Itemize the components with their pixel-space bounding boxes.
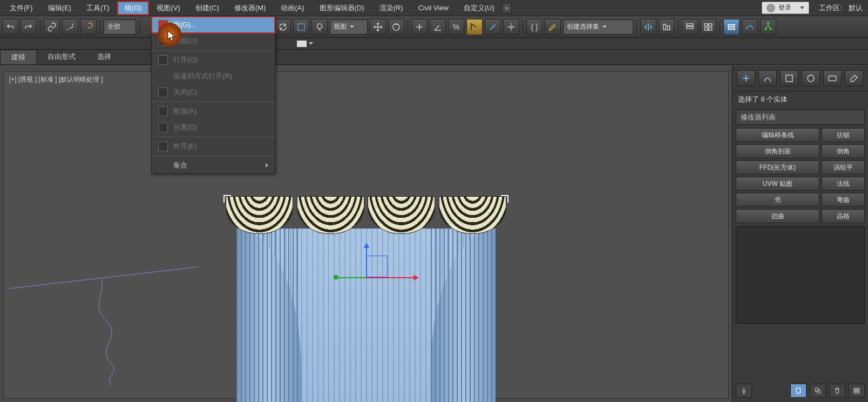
menu-modifiers[interactable]: 修改器(M) bbox=[227, 1, 274, 15]
swag-row bbox=[226, 196, 506, 234]
mod-shell[interactable]: 壳 bbox=[736, 193, 819, 207]
mirror-button[interactable] bbox=[640, 19, 656, 35]
menu-item-assembly[interactable]: 集合 bbox=[152, 157, 275, 173]
named-sel-bracket-button[interactable]: { } bbox=[526, 19, 542, 35]
refresh-button[interactable] bbox=[275, 19, 291, 35]
perspective-viewport[interactable]: [+] [透视 ] [标准 ] [默认明暗处理 ] bbox=[3, 71, 729, 399]
menu-file[interactable]: 文件(F) bbox=[2, 1, 40, 15]
redo-button[interactable] bbox=[21, 19, 37, 35]
motion-tab[interactable] bbox=[802, 70, 820, 86]
move-button[interactable] bbox=[370, 19, 386, 35]
menu-divider bbox=[152, 50, 275, 51]
ribbon-tab-freeform[interactable]: 自由形式 bbox=[37, 50, 86, 64]
svg-rect-11 bbox=[709, 28, 712, 30]
menu-create[interactable]: 创建(C) bbox=[188, 1, 227, 15]
svg-rect-24 bbox=[854, 390, 859, 391]
snap-percent-button[interactable]: % bbox=[448, 19, 464, 35]
login-button[interactable]: 登录 bbox=[762, 2, 809, 14]
mod-edit-spline[interactable]: 编辑样条线 bbox=[736, 128, 819, 142]
remove-modifier-button[interactable] bbox=[829, 384, 845, 398]
hierarchy-tab[interactable] bbox=[780, 70, 798, 86]
login-label: 登录 bbox=[778, 3, 791, 12]
dropdown-icon[interactable] bbox=[309, 42, 313, 45]
modify-tab[interactable] bbox=[758, 70, 777, 86]
link-button[interactable] bbox=[44, 19, 60, 35]
snap-move-button[interactable] bbox=[411, 19, 428, 35]
mod-bevel[interactable]: 倒角 bbox=[822, 144, 865, 158]
show-end-result-button[interactable] bbox=[790, 384, 806, 398]
mod-uvw-map[interactable]: UVW 贴图 bbox=[736, 177, 819, 191]
snap-toggle-button[interactable] bbox=[466, 19, 483, 35]
detach-icon bbox=[158, 123, 168, 132]
svg-rect-20 bbox=[797, 388, 801, 393]
gizmo-z-axis[interactable] bbox=[366, 247, 367, 277]
mod-turbosmooth[interactable]: 涡轮平 bbox=[822, 160, 865, 175]
menu-view[interactable]: 视图(V) bbox=[149, 1, 187, 15]
menu-rendering[interactable]: 渲染(R) bbox=[372, 1, 411, 15]
menu-item-explode: 炸开(E) bbox=[152, 138, 275, 155]
menu-item-group[interactable]: 组(G)... bbox=[152, 17, 275, 33]
refcoord-dropdown[interactable]: 视图 bbox=[330, 19, 368, 35]
modifier-buttons-grid: 编辑样条线 抗锯 倒角剖面 倒角 FFD(长方体) 涡轮平 UVW 贴图 法线 … bbox=[733, 127, 868, 224]
spinner-snap-button[interactable] bbox=[503, 19, 519, 35]
menu-item-label: 按递归方式打开(R) bbox=[173, 71, 232, 81]
scene-explorer-button[interactable] bbox=[700, 19, 716, 35]
curtain-scene bbox=[220, 196, 512, 402]
configure-sets-button[interactable] bbox=[849, 384, 865, 398]
svg-rect-10 bbox=[704, 28, 708, 30]
gizmo-plane[interactable] bbox=[366, 256, 388, 277]
pin-stack-button[interactable] bbox=[736, 384, 752, 398]
snap-angle-button[interactable] bbox=[430, 19, 446, 35]
gizmo-x-axis[interactable] bbox=[366, 277, 415, 278]
menu-item-label: 关闭(C) bbox=[173, 88, 197, 97]
schematic-view-button[interactable] bbox=[760, 19, 776, 35]
gizmo-y-axis[interactable] bbox=[336, 277, 366, 278]
lasso-select-button[interactable] bbox=[311, 19, 328, 35]
mod-antialias[interactable]: 抗锯 bbox=[822, 128, 865, 142]
menu-tools[interactable]: 工具(T) bbox=[79, 1, 117, 15]
menu-civilview[interactable]: Civil View bbox=[411, 2, 456, 14]
svg-rect-13 bbox=[728, 28, 735, 29]
unlink-button[interactable] bbox=[62, 19, 78, 35]
workspace-value[interactable]: 默认 bbox=[845, 3, 866, 13]
display-tab[interactable] bbox=[823, 70, 842, 86]
undo-button[interactable] bbox=[2, 19, 18, 35]
create-tab[interactable] bbox=[737, 70, 755, 86]
ribbon-tab-model[interactable]: 建模 bbox=[0, 50, 37, 64]
mod-bevel-profile[interactable]: 倒角剖面 bbox=[736, 144, 819, 158]
svg-rect-5 bbox=[668, 25, 670, 30]
mod-lattice[interactable]: 晶格 bbox=[822, 209, 865, 223]
ribbon-tab-select[interactable]: 选择 bbox=[86, 50, 122, 64]
utilities-tab[interactable] bbox=[845, 70, 863, 86]
make-unique-button[interactable] bbox=[810, 384, 826, 398]
layer-explorer-button[interactable] bbox=[682, 19, 698, 35]
toggle-ribbon-button[interactable] bbox=[723, 19, 740, 35]
region-select-button[interactable] bbox=[293, 19, 309, 35]
menu-group[interactable]: 组(G) bbox=[117, 1, 150, 15]
menu-edit[interactable]: 编辑(E) bbox=[40, 1, 79, 15]
percent-snap-button[interactable] bbox=[485, 19, 501, 35]
mod-normal[interactable]: 法线 bbox=[822, 177, 865, 191]
align-button[interactable] bbox=[659, 19, 675, 35]
rotate-button[interactable] bbox=[388, 19, 404, 35]
svg-point-16 bbox=[770, 28, 771, 30]
command-panel: 选择了 8 个实体 修改器列表 编辑样条线 抗锯 倒角剖面 倒角 FFD(长方体… bbox=[732, 66, 868, 402]
bind-button[interactable] bbox=[80, 19, 97, 35]
modifier-list-header[interactable]: 修改器列表 bbox=[736, 110, 865, 125]
viewport-label[interactable]: [+] [透视 ] [标准 ] [默认明暗处理 ] bbox=[9, 75, 103, 84]
curtain-right bbox=[431, 229, 496, 402]
mod-ffd-box[interactable]: FFD(长方体) bbox=[736, 160, 819, 175]
mod-twist[interactable]: 扭曲 bbox=[736, 209, 819, 223]
modifier-stack[interactable] bbox=[736, 226, 865, 324]
menu-animation[interactable]: 动画(A) bbox=[273, 1, 311, 15]
close-icon bbox=[158, 88, 168, 97]
named-selection-dropdown[interactable]: 创建选择集 bbox=[563, 19, 633, 35]
selection-filter-dropdown[interactable]: 全部 bbox=[104, 19, 136, 35]
mail-icon[interactable] bbox=[297, 41, 307, 47]
mod-bend[interactable]: 弯曲 bbox=[822, 193, 865, 207]
named-sel-edit-button[interactable] bbox=[545, 19, 561, 35]
menu-overflow-button[interactable]: » bbox=[502, 3, 512, 14]
menu-grapheditors[interactable]: 图形编辑器(D) bbox=[312, 1, 372, 15]
menu-customize[interactable]: 自定义(U) bbox=[456, 1, 502, 15]
curve-editor-button[interactable] bbox=[742, 19, 758, 35]
